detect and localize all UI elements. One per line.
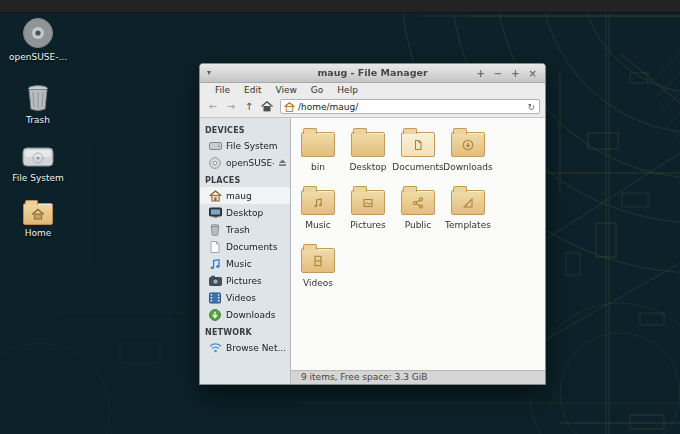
sidebar-item-desktop[interactable]: Desktop: [200, 204, 290, 221]
trash-icon: [25, 84, 51, 112]
user-home-icon: [208, 189, 222, 202]
folder-templates-icon: [451, 190, 485, 215]
sidebar-item-opensuse-volume[interactable]: openSUSE-Tu...: [200, 154, 290, 171]
sidebar-item-browse-network[interactable]: Browse Net...: [200, 339, 290, 356]
file-item-bin[interactable]: bin: [293, 126, 343, 184]
picture-emblem-icon: [361, 196, 375, 210]
menu-go[interactable]: Go: [304, 83, 330, 98]
home-folder-icon: [23, 203, 53, 225]
home-button[interactable]: [259, 99, 275, 114]
desktop-icon-filesystem[interactable]: File System: [5, 144, 71, 183]
sidebar-header-places: PLACES: [200, 171, 290, 187]
sidebar-header-network: NETWORK: [200, 323, 290, 339]
up-button[interactable]: ↑: [241, 99, 257, 114]
sidebar-item-downloads[interactable]: Downloads: [200, 306, 290, 323]
menu-help[interactable]: Help: [330, 83, 365, 98]
file-item-pictures[interactable]: Pictures: [343, 184, 393, 242]
file-item-public[interactable]: Public: [393, 184, 443, 242]
desktop-icon-trash[interactable]: Trash: [5, 84, 71, 125]
menu-view[interactable]: View: [269, 83, 304, 98]
stick-button[interactable]: +: [476, 69, 484, 79]
window-buttons: + − + ×: [476, 64, 537, 83]
sidebar-item-music[interactable]: Music: [200, 255, 290, 272]
sidebar-item-pictures[interactable]: Pictures: [200, 272, 290, 289]
back-button[interactable]: ←: [205, 99, 221, 114]
file-item-desktop[interactable]: Desktop: [343, 126, 393, 184]
video-emblem-icon: [311, 254, 325, 268]
share-emblem-icon: [411, 196, 425, 210]
file-view[interactable]: bin Desktop Documents: [291, 118, 545, 370]
video-film-icon: [208, 291, 222, 304]
folder-pictures-icon: [351, 190, 385, 215]
minimize-button[interactable]: −: [494, 69, 502, 79]
file-item-videos[interactable]: Videos: [293, 242, 343, 300]
folder-icon: [351, 132, 385, 157]
optical-disc-icon: [208, 156, 222, 169]
sidebar-item-trash[interactable]: Trash: [200, 221, 290, 238]
download-emblem-icon: [461, 138, 475, 152]
sidebar-item-documents[interactable]: Documents: [200, 238, 290, 255]
status-bar: 9 items, Free space: 3.3 GiB: [291, 370, 545, 384]
sidebar-item-videos[interactable]: Videos: [200, 289, 290, 306]
file-item-downloads[interactable]: Downloads: [443, 126, 493, 184]
home-icon: [261, 101, 273, 112]
sidebar: DEVICES File System openSUSE-Tu... PLACE…: [200, 118, 291, 384]
eject-icon[interactable]: [278, 158, 287, 167]
desktop-icon-opensuse[interactable]: openSUSE-...: [5, 17, 71, 62]
folder-music-icon: [301, 190, 335, 215]
document-icon: [208, 240, 222, 253]
drive-harddisk-icon: [208, 139, 222, 152]
desktop-monitor-icon: [208, 206, 222, 219]
network-wireless-icon: [208, 341, 222, 354]
folder-videos-icon: [301, 248, 335, 273]
folder-public-icon: [401, 190, 435, 215]
path-home-icon: [284, 102, 295, 112]
menubar: File Edit View Go Help: [200, 83, 545, 98]
desktop-icon-home[interactable]: Home: [5, 203, 71, 238]
download-icon: [208, 308, 222, 321]
toolbar: ← → ↑ ↻: [200, 98, 545, 118]
sidebar-item-maug[interactable]: maug: [200, 187, 290, 204]
titlebar[interactable]: ▾ maug - File Manager + − + ×: [200, 64, 545, 83]
folder-icon: [301, 132, 335, 157]
desktop-icon-label: openSUSE-...: [9, 52, 67, 62]
path-bar[interactable]: ↻: [280, 99, 540, 114]
document-emblem-icon: [411, 138, 425, 152]
sidebar-item-file-system[interactable]: File System: [200, 137, 290, 154]
maximize-button[interactable]: +: [511, 69, 519, 79]
reload-icon[interactable]: ↻: [526, 102, 536, 112]
file-item-music[interactable]: Music: [293, 184, 343, 242]
file-item-templates[interactable]: Templates: [443, 184, 493, 242]
folder-downloads-icon: [451, 132, 485, 157]
file-manager-window: ▾ maug - File Manager + − + × File Edit …: [199, 63, 546, 385]
path-input[interactable]: [298, 101, 523, 113]
window-content: DEVICES File System openSUSE-Tu... PLACE…: [200, 118, 545, 384]
close-button[interactable]: ×: [529, 69, 537, 79]
music-note-icon: [208, 257, 222, 270]
desktop-icon-label: File System: [12, 173, 63, 183]
trash-icon: [208, 223, 222, 236]
sidebar-header-devices: DEVICES: [200, 121, 290, 137]
camera-photo-icon: [208, 274, 222, 287]
home-emblem-icon: [31, 208, 45, 220]
menu-file[interactable]: File: [208, 83, 237, 98]
file-pane: bin Desktop Documents: [291, 118, 545, 384]
harddrive-icon: [22, 144, 54, 170]
menu-edit[interactable]: Edit: [237, 83, 268, 98]
music-emblem-icon: [311, 196, 325, 210]
desktop-icon-label: Home: [25, 228, 52, 238]
folder-documents-icon: [401, 132, 435, 157]
optical-disc-icon: [22, 17, 54, 49]
desktop-icon-label: Trash: [26, 115, 50, 125]
file-item-documents[interactable]: Documents: [393, 126, 443, 184]
template-emblem-icon: [461, 196, 475, 210]
forward-button[interactable]: →: [223, 99, 239, 114]
top-panel: [0, 0, 680, 13]
